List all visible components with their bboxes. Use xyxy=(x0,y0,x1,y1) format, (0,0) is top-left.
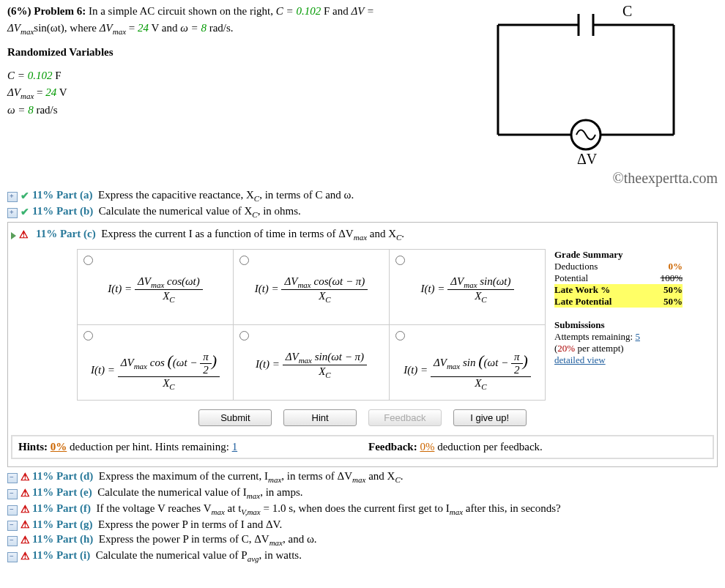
part-i[interactable]: ⚠ 11% Part (i) Calculate the numerical v… xyxy=(7,549,718,563)
choice-3[interactable]: I(t) = ΔVmax sin(ωt)XC xyxy=(390,250,546,325)
randvars-list: C = 0.102 F ΔVmax = 24 V ω = 8 rad/s xyxy=(7,67,439,119)
warning-icon: ⚠ xyxy=(21,551,30,562)
part-h[interactable]: ⚠ 11% Part (h) Express the power P in te… xyxy=(7,533,718,547)
part-a[interactable]: ✔ 11% Part (a) Express the capacitive re… xyxy=(7,189,718,203)
warning-icon: ⚠ xyxy=(21,535,30,546)
choice-6[interactable]: I(t) = ΔVmax sin ((ωt − π2)XC xyxy=(390,325,546,401)
choice-2-radio[interactable] xyxy=(239,256,249,265)
choice-1[interactable]: I(t) = ΔVmax cos(ωt)XC xyxy=(78,250,234,325)
active-part-icon xyxy=(11,232,16,239)
copyright: ©theexpertta.com xyxy=(454,170,718,187)
collapse-icon[interactable] xyxy=(7,552,18,562)
choice-3-radio[interactable] xyxy=(395,256,405,265)
warning-icon: ⚠ xyxy=(21,472,30,483)
choice-6-radio[interactable] xyxy=(395,331,405,340)
part-d[interactable]: ⚠ 11% Part (d) Express the maximum of th… xyxy=(7,470,718,484)
choice-1-radio[interactable] xyxy=(83,256,93,265)
hint-button[interactable]: Hint xyxy=(283,409,357,426)
warning-icon: ⚠ xyxy=(19,229,29,240)
answer-choices: I(t) = ΔVmax cos(ωt)XC I(t) = ΔVmax cos(… xyxy=(77,249,546,401)
attempts-remaining-link[interactable]: 5 xyxy=(635,331,640,342)
choice-4-radio[interactable] xyxy=(83,331,93,340)
hints-remaining-link[interactable]: 1 xyxy=(232,441,238,453)
collapse-icon[interactable] xyxy=(7,536,18,546)
submit-button[interactable]: Submit xyxy=(198,409,272,426)
expand-icon[interactable] xyxy=(7,192,18,202)
choice-5-radio[interactable] xyxy=(239,331,249,340)
feedback-button: Feedback xyxy=(368,409,442,426)
choice-2[interactable]: I(t) = ΔVmax cos(ωt − π)XC xyxy=(234,250,390,325)
grade-summary: Grade Summary Deductions0% Potential100%… xyxy=(554,249,683,366)
check-icon: ✔ xyxy=(21,190,29,201)
part-b[interactable]: ✔ 11% Part (b) Calculate the numerical v… xyxy=(7,205,718,219)
problem-statement: (6%) Problem 6: In a simple AC circuit s… xyxy=(7,3,439,37)
part-e[interactable]: ⚠ 11% Part (e) Calculate the numerical v… xyxy=(7,486,718,500)
svg-text:ΔV: ΔV xyxy=(577,151,598,164)
choice-4[interactable]: I(t) = ΔVmax cos ((ωt − π2)XC xyxy=(78,325,234,401)
warning-icon: ⚠ xyxy=(21,519,30,530)
circuit-diagram: C ΔV xyxy=(476,3,696,164)
collapse-icon[interactable] xyxy=(7,473,18,483)
randvars-heading: Randomized Variables xyxy=(7,46,439,59)
part-f[interactable]: ⚠ 11% Part (f) If the voltage V reaches … xyxy=(7,502,718,516)
part-c: ⚠ 11% Part (c) Express the current I as … xyxy=(7,222,718,467)
choice-5[interactable]: I(t) = ΔVmax sin(ωt − π)XC xyxy=(234,325,390,401)
hints-feedback-row: Hints: 0% deduction per hint. Hints rema… xyxy=(11,435,714,459)
expand-icon[interactable] xyxy=(7,208,18,218)
warning-icon: ⚠ xyxy=(21,504,30,515)
check-icon: ✔ xyxy=(21,206,29,217)
collapse-icon[interactable] xyxy=(7,489,18,499)
giveup-button[interactable]: I give up! xyxy=(453,409,527,426)
collapse-icon[interactable] xyxy=(7,505,18,516)
detailed-view-link[interactable]: detailed view xyxy=(554,354,606,365)
collapse-icon[interactable] xyxy=(7,521,18,531)
warning-icon: ⚠ xyxy=(21,488,30,499)
part-g[interactable]: ⚠ 11% Part (g) Express the power P in te… xyxy=(7,518,718,531)
svg-text:C: C xyxy=(622,3,632,19)
